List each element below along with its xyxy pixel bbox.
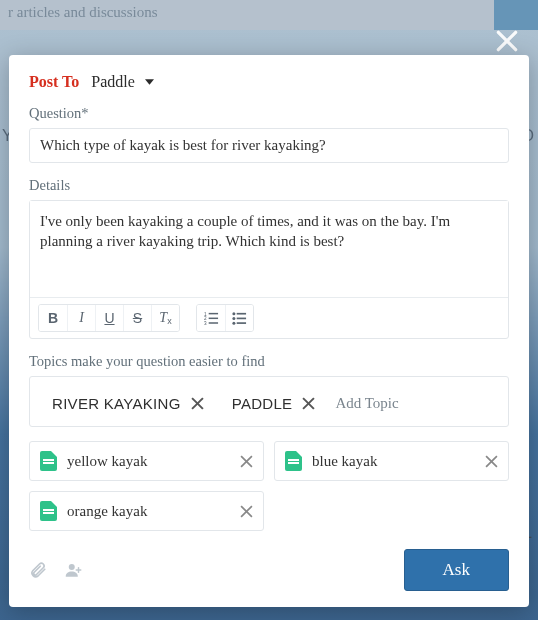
post-to-target-text: Paddle — [91, 73, 135, 90]
format-group: B I U S Tx — [38, 304, 180, 332]
clear-format-button[interactable]: Tx — [151, 305, 179, 331]
italic-button[interactable]: I — [67, 305, 95, 331]
svg-rect-13 — [237, 322, 246, 324]
attachment-name: orange kayak — [67, 503, 147, 520]
attachment-remove-icon[interactable] — [240, 505, 253, 518]
attachment-item: blue kayak — [274, 441, 509, 481]
file-icon — [40, 451, 57, 471]
details-label: Details — [29, 177, 509, 194]
file-icon — [285, 451, 302, 471]
modal-footer: Ask — [29, 537, 509, 591]
ordered-list-button[interactable]: 1 2 3 — [197, 305, 225, 331]
post-to-label: Post To — [29, 73, 79, 90]
file-icon — [40, 501, 57, 521]
svg-point-10 — [232, 317, 235, 320]
bold-button[interactable]: B — [39, 305, 67, 331]
svg-rect-5 — [208, 317, 217, 319]
svg-rect-7 — [208, 322, 217, 324]
details-textarea[interactable] — [30, 201, 508, 297]
topic-chip-label: PADDLE — [232, 395, 293, 412]
ask-button[interactable]: Ask — [404, 549, 509, 591]
topics-box: RIVER KAYAKING PADDLE — [29, 376, 509, 427]
post-to-row: Post To Paddle — [29, 73, 509, 91]
chip-remove-icon[interactable] — [191, 397, 204, 410]
close-icon[interactable] — [494, 28, 520, 54]
attachment-name: yellow kayak — [67, 453, 147, 470]
question-label: Question* — [29, 105, 509, 122]
svg-rect-26 — [76, 569, 82, 571]
editor-toolbar: B I U S Tx 1 2 3 — [30, 297, 508, 338]
attachment-remove-icon[interactable] — [240, 455, 253, 468]
post-to-selector[interactable]: Paddle — [91, 73, 154, 90]
svg-text:3: 3 — [204, 321, 207, 326]
underline-button[interactable]: U — [95, 305, 123, 331]
attachment-name: blue kayak — [312, 453, 377, 470]
chip-remove-icon[interactable] — [302, 397, 315, 410]
svg-point-8 — [232, 312, 235, 315]
strike-button[interactable]: S — [123, 305, 151, 331]
topics-label: Topics make your question easier to find — [29, 353, 509, 370]
add-topic-input[interactable] — [331, 387, 498, 420]
attachment-item: orange kayak — [29, 491, 264, 531]
details-editor: B I U S Tx 1 2 3 — [29, 200, 509, 339]
post-modal: Post To Paddle Question* Details B I U S… — [9, 55, 529, 607]
topic-chip-label: RIVER KAYAKING — [52, 395, 181, 412]
add-person-icon[interactable] — [65, 561, 83, 579]
svg-rect-9 — [237, 312, 246, 314]
question-input[interactable] — [29, 128, 509, 163]
topic-chip: RIVER KAYAKING — [40, 387, 212, 420]
list-group: 1 2 3 — [196, 304, 254, 332]
chips-row: RIVER KAYAKING PADDLE — [40, 387, 498, 420]
topic-chip: PADDLE — [220, 387, 324, 420]
svg-point-12 — [232, 321, 235, 324]
attachment-remove-icon[interactable] — [485, 455, 498, 468]
attachment-item: yellow kayak — [29, 441, 264, 481]
unordered-list-button[interactable] — [225, 305, 253, 331]
svg-rect-3 — [208, 312, 217, 314]
svg-point-24 — [69, 564, 75, 570]
attach-file-icon[interactable] — [29, 561, 47, 579]
svg-rect-11 — [237, 317, 246, 319]
caret-down-icon — [145, 71, 154, 89]
attachments-row: yellow kayak blue kayak orange kayak — [29, 441, 509, 531]
